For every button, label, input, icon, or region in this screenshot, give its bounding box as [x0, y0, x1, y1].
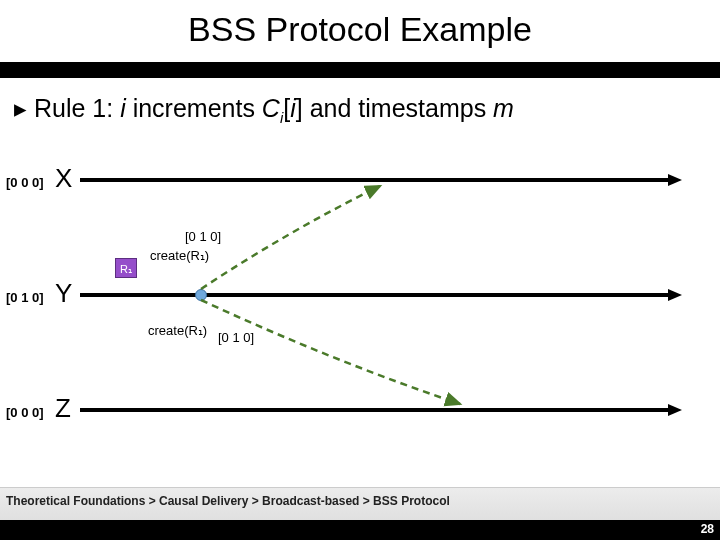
- title-underline: [0, 62, 720, 78]
- arrow-y-icon: [668, 289, 682, 301]
- rule-c: C: [262, 94, 280, 122]
- rule-prefix: Rule 1:: [34, 94, 120, 122]
- slide: BSS Protocol Example ▸ Rule 1: i increme…: [0, 0, 720, 540]
- rule-mid2: and timestamps: [303, 94, 493, 122]
- label-x-vector: [0 0 0]: [6, 175, 44, 190]
- dashed-arrows: [0, 0, 720, 540]
- rule-mid1: increments: [126, 94, 262, 122]
- timeline-x: [80, 178, 670, 182]
- node-y: Y: [55, 278, 72, 309]
- arrow-x-icon: [668, 174, 682, 186]
- rule-text: ▸ Rule 1: i increments Ci[i] and timesta…: [14, 94, 514, 126]
- node-x: X: [55, 163, 72, 194]
- event-create-above: create(R₁): [150, 248, 209, 263]
- event-ts-below: [0 1 0]: [218, 330, 254, 345]
- label-y-vector: [0 1 0]: [6, 290, 44, 305]
- timeline-z: [80, 408, 670, 412]
- arrow-z-icon: [668, 404, 682, 416]
- page-bar: [0, 520, 720, 540]
- event-dot: [195, 289, 207, 301]
- rule-m: m: [493, 94, 514, 122]
- page-title: BSS Protocol Example: [0, 0, 720, 49]
- label-z-vector: [0 0 0]: [6, 405, 44, 420]
- breadcrumb: Theoretical Foundations > Causal Deliver…: [6, 494, 450, 508]
- breadcrumb-bar: Theoretical Foundations > Causal Deliver…: [0, 487, 720, 520]
- rule-br2: ]: [296, 94, 303, 122]
- bullet-icon: ▸: [14, 94, 27, 122]
- event-create-below: create(R₁): [148, 323, 207, 338]
- page-number: 28: [701, 522, 714, 536]
- event-ts-above: [0 1 0]: [185, 229, 221, 244]
- node-z: Z: [55, 393, 71, 424]
- r1-message-box: R₁: [115, 258, 137, 278]
- timeline-y: [80, 293, 670, 297]
